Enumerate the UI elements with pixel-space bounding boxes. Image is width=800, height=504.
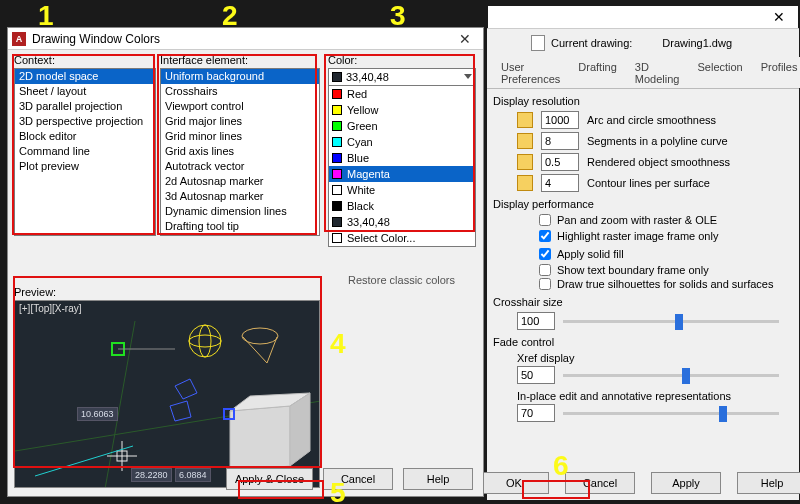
- color-item[interactable]: Magenta: [329, 166, 475, 182]
- tab-drafting[interactable]: Drafting: [570, 57, 625, 88]
- performance-checkbox[interactable]: [539, 230, 551, 242]
- color-item[interactable]: Select Color...: [329, 230, 475, 246]
- dialog-cancel-button[interactable]: Cancel: [323, 468, 393, 490]
- context-item[interactable]: 3D perspective projection: [15, 114, 155, 129]
- interface-element-item[interactable]: 2d Autosnap marker: [161, 174, 319, 189]
- interface-element-item[interactable]: Drafting tool tip: [161, 219, 319, 234]
- resolution-input[interactable]: [541, 132, 579, 150]
- option-icon: [517, 133, 533, 149]
- context-item[interactable]: Sheet / layout: [15, 84, 155, 99]
- tab-user-preferences[interactable]: User Preferences: [493, 57, 568, 88]
- context-item[interactable]: Block editor: [15, 129, 155, 144]
- option-icon: [517, 112, 533, 128]
- display-resolution-row: Contour lines per surface: [517, 174, 791, 192]
- options-help-button[interactable]: Help: [737, 472, 800, 494]
- color-swatch-icon: [332, 72, 342, 82]
- color-item[interactable]: Cyan: [329, 134, 475, 150]
- interface-element-item[interactable]: Uniform background: [161, 69, 319, 84]
- context-item[interactable]: 2D model space: [15, 69, 155, 84]
- dialog-button-row: Apply & Close Cancel Help: [226, 468, 473, 490]
- crosshair-label: Crosshair size: [493, 296, 791, 308]
- ok-button[interactable]: OK: [479, 472, 549, 494]
- dialog-help-button[interactable]: Help: [403, 468, 473, 490]
- xref-display-input[interactable]: [517, 366, 555, 384]
- resolution-input[interactable]: [541, 174, 579, 192]
- context-item[interactable]: Command line: [15, 144, 155, 159]
- color-item[interactable]: Black: [329, 198, 475, 214]
- dialog-titlebar[interactable]: A Drawing Window Colors ✕: [8, 28, 483, 50]
- current-drawing-label: Current drawing:: [551, 37, 632, 49]
- color-item-label: Select Color...: [347, 231, 415, 245]
- xref-display-slider[interactable]: [563, 374, 779, 377]
- dimension-tooltip-2a: 28.2280: [131, 468, 172, 482]
- interface-element-label: Interface element:: [160, 54, 320, 66]
- context-item[interactable]: Plot preview: [15, 159, 155, 174]
- color-item-label: Cyan: [347, 135, 373, 149]
- performance-checkbox[interactable]: [539, 278, 551, 290]
- interface-element-listbox[interactable]: Uniform backgroundCrosshairsViewport con…: [160, 68, 320, 236]
- crosshair-slider[interactable]: [563, 320, 779, 323]
- color-swatch-icon: [332, 137, 342, 147]
- tab-3d-modeling[interactable]: 3D Modeling: [627, 57, 688, 88]
- tab-profiles[interactable]: Profiles: [753, 57, 800, 88]
- performance-checkbox[interactable]: [539, 264, 551, 276]
- color-item-label: Red: [347, 87, 367, 101]
- apply-button[interactable]: Apply: [651, 472, 721, 494]
- color-item[interactable]: White: [329, 182, 475, 198]
- options-tabs: User Preferences Drafting 3D Modeling Se…: [487, 57, 799, 89]
- svg-marker-12: [170, 401, 191, 421]
- resolution-input[interactable]: [541, 111, 579, 129]
- color-swatch-icon: [332, 121, 342, 131]
- color-swatch-icon: [332, 217, 342, 227]
- context-item[interactable]: 3D parallel projection: [15, 99, 155, 114]
- performance-check-label: Pan and zoom with raster & OLE: [557, 214, 717, 226]
- resolution-text: Segments in a polyline curve: [587, 135, 728, 147]
- performance-check-row: Highlight raster image frame only: [517, 228, 791, 244]
- interface-element-item[interactable]: Grid minor lines: [161, 129, 319, 144]
- performance-checkbox[interactable]: [539, 214, 551, 226]
- color-combobox[interactable]: 33,40,48: [328, 68, 476, 86]
- interface-element-item[interactable]: Autotrack vector: [161, 159, 319, 174]
- performance-check-label: Show text boundary frame only: [557, 264, 709, 276]
- interface-element-column: Interface element: Uniform backgroundCro…: [160, 54, 320, 236]
- color-item-label: Magenta: [347, 167, 390, 181]
- display-resolution-row: Arc and circle smoothness: [517, 111, 791, 129]
- options-button-row: OK Cancel Apply Help: [487, 472, 799, 494]
- color-item[interactable]: Green: [329, 118, 475, 134]
- color-swatch-icon: [332, 153, 342, 163]
- resolution-input[interactable]: [541, 153, 579, 171]
- interface-element-item[interactable]: Dynamic dimension lines: [161, 204, 319, 219]
- color-item[interactable]: 33,40,48: [329, 214, 475, 230]
- interface-element-item[interactable]: Drafting tool tip contour: [161, 234, 319, 236]
- color-item[interactable]: Blue: [329, 150, 475, 166]
- dimension-tooltip-2b: 6.0884: [175, 468, 211, 482]
- performance-checkbox[interactable]: [539, 248, 551, 260]
- context-listbox[interactable]: 2D model spaceSheet / layout3D parallel …: [14, 68, 156, 236]
- performance-check-row: Pan and zoom with raster & OLE: [517, 214, 791, 226]
- context-label: Context:: [14, 54, 156, 66]
- close-icon[interactable]: ✕: [451, 29, 479, 49]
- interface-element-item[interactable]: Grid axis lines: [161, 144, 319, 159]
- interface-element-item[interactable]: Crosshairs: [161, 84, 319, 99]
- autocad-logo-icon: A: [12, 32, 26, 46]
- color-dropdown-list[interactable]: RedYellowGreenCyanBlueMagentaWhiteBlack3…: [328, 86, 476, 247]
- options-panel: Current drawing: Drawing1.dwg User Prefe…: [487, 28, 799, 500]
- crosshair-group: Crosshair size: [517, 296, 791, 330]
- options-close-icon[interactable]: ✕: [766, 9, 792, 25]
- interface-element-item[interactable]: Viewport control: [161, 99, 319, 114]
- restore-classic-colors-link[interactable]: Restore classic colors: [348, 274, 455, 286]
- inplace-slider[interactable]: [563, 412, 779, 415]
- display-resolution-row: Rendered object smoothness: [517, 153, 791, 171]
- color-swatch-icon: [332, 169, 342, 179]
- color-item[interactable]: Yellow: [329, 102, 475, 118]
- resolution-text: Contour lines per surface: [587, 177, 710, 189]
- interface-element-item[interactable]: Grid major lines: [161, 114, 319, 129]
- interface-element-item[interactable]: 3d Autosnap marker: [161, 189, 319, 204]
- options-cancel-button[interactable]: Cancel: [565, 472, 635, 494]
- tab-selection[interactable]: Selection: [689, 57, 750, 88]
- color-item[interactable]: Red: [329, 86, 475, 102]
- apply-close-button[interactable]: Apply & Close: [226, 468, 313, 490]
- crosshair-input[interactable]: [517, 312, 555, 330]
- inplace-input[interactable]: [517, 404, 555, 422]
- svg-line-10: [267, 337, 277, 363]
